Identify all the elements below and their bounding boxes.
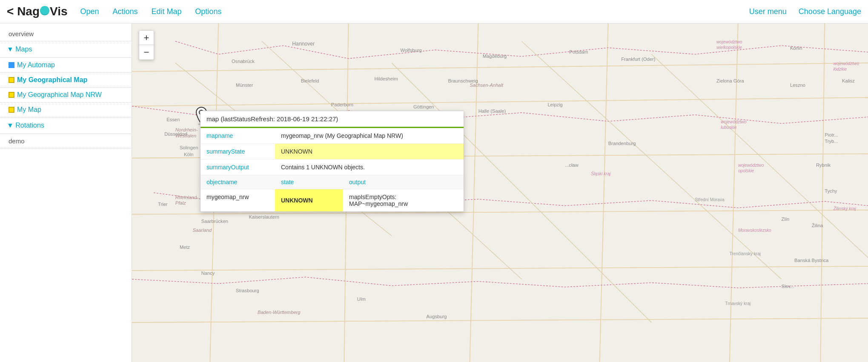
svg-text:Nordrhein-: Nordrhein- bbox=[175, 127, 198, 132]
svg-text:Tryb...: Tryb... bbox=[825, 139, 838, 144]
svg-text:Žilina: Žilina bbox=[812, 223, 823, 228]
tooltip-data-objectname: mygeomap_nrw bbox=[201, 189, 275, 211]
svg-text:Ulm: Ulm bbox=[357, 296, 366, 302]
zoom-out-button[interactable]: − bbox=[139, 45, 154, 60]
svg-line-6 bbox=[132, 266, 868, 271]
tooltip-label-summaryoutput: summaryOutput bbox=[201, 160, 275, 175]
tooltip-data-state: UNKNOWN bbox=[275, 189, 343, 211]
svg-text:Braunschweig: Braunschweig bbox=[448, 78, 478, 83]
svg-text:Köln: Köln bbox=[184, 152, 193, 157]
svg-text:Hildesheim: Hildesheim bbox=[375, 76, 398, 81]
svg-text:Bielefeld: Bielefeld bbox=[301, 78, 319, 83]
tooltip-label-summarystate: summaryState bbox=[201, 144, 275, 159]
tooltip-value-mapname: mygeomap_nrw (My Geographical Map NRW) bbox=[275, 128, 464, 143]
nav-choose-language[interactable]: Choose Language bbox=[799, 7, 861, 16]
svg-text:Kalisz: Kalisz bbox=[842, 78, 855, 83]
tooltip-value-summarystate: UNKNOWN bbox=[275, 144, 464, 159]
tooltip-col-output: output bbox=[343, 175, 372, 189]
main-nav: Open Actions Edit Map Options bbox=[80, 7, 234, 16]
svg-text:Tychy: Tychy bbox=[825, 188, 837, 194]
map-icon-geo bbox=[9, 77, 14, 83]
svg-text:Rybnik: Rybnik bbox=[816, 162, 831, 168]
svg-text:Halle (Saale): Halle (Saale) bbox=[478, 108, 506, 114]
svg-text:Žilinský kraj: Žilinský kraj bbox=[833, 206, 857, 211]
sidebar-item-overview[interactable]: overview bbox=[0, 27, 132, 41]
map-container: Hannover Osnabrück Wolfsburg Magdeburg P… bbox=[132, 23, 868, 362]
svg-text:Osnabrück: Osnabrück bbox=[232, 59, 255, 64]
svg-text:Frankfurt (Oder): Frankfurt (Oder) bbox=[621, 57, 655, 62]
sidebar-section-maps[interactable]: ▼ Maps bbox=[0, 41, 132, 58]
svg-text:Hannover: Hannover bbox=[292, 41, 315, 47]
svg-text:lubuskie: lubuskie bbox=[721, 125, 737, 130]
svg-text:Westfalen: Westfalen bbox=[175, 133, 196, 138]
sidebar-item-demo[interactable]: demo bbox=[0, 134, 132, 148]
svg-line-7 bbox=[132, 318, 868, 322]
svg-text:Münster: Münster bbox=[236, 83, 253, 88]
sidebar: overview ▼ Maps My Automap My Geographic… bbox=[0, 23, 132, 362]
tooltip-col-state: state bbox=[275, 175, 343, 189]
tooltip-sub-header: objectname state output bbox=[201, 175, 464, 189]
svg-line-11 bbox=[599, 23, 608, 362]
svg-text:Nancy: Nancy bbox=[201, 271, 215, 276]
tooltip-header: map (lastStatusRefresh: 2018-06-19 21:22… bbox=[201, 111, 464, 128]
logo[interactable]: < NagVis bbox=[7, 5, 68, 18]
svg-text:Saarland: Saarland bbox=[192, 228, 212, 233]
zoom-in-button[interactable]: + bbox=[139, 31, 154, 45]
tooltip-body: mapname mygeomap_nrw (My Geographical Ma… bbox=[201, 128, 464, 211]
main-layout: overview ▼ Maps My Automap My Geographic… bbox=[0, 23, 868, 362]
svg-text:Solingen: Solingen bbox=[180, 145, 198, 150]
svg-text:Trenčiansky kraj: Trenčiansky kraj bbox=[730, 251, 761, 256]
svg-text:województwo: województwo bbox=[834, 61, 859, 66]
nav-actions[interactable]: Actions bbox=[113, 7, 138, 16]
svg-text:województwo: województwo bbox=[738, 163, 764, 168]
tooltip-col-objectname: objectname bbox=[201, 175, 275, 189]
logo-eye-icon bbox=[40, 6, 49, 15]
tooltip-data-row: mygeomap_nrw UNKNOWN mapIsEmptyOpts: MAP… bbox=[201, 189, 464, 211]
map-zoom-controls: + − bbox=[139, 30, 154, 60]
tooltip-row-mapname: mapname mygeomap_nrw (My Geographical Ma… bbox=[201, 128, 464, 144]
svg-text:Střední Morava: Střední Morava bbox=[695, 197, 725, 202]
svg-text:Leszno: Leszno bbox=[790, 83, 805, 88]
tooltip-data-output: mapIsEmptyOpts: MAP~mygeomap_nrw bbox=[343, 189, 414, 211]
svg-text:Saarbrücken: Saarbrücken bbox=[201, 219, 228, 224]
nav-open[interactable]: Open bbox=[80, 7, 99, 16]
nav-user-menu[interactable]: User menu bbox=[749, 7, 787, 16]
svg-text:województwo: województwo bbox=[716, 40, 742, 44]
svg-text:Potsdam: Potsdam bbox=[569, 49, 588, 54]
svg-text:Trnavský kraj: Trnavský kraj bbox=[725, 301, 751, 306]
svg-text:Magdeburg: Magdeburg bbox=[483, 54, 507, 59]
svg-text:Brandenburg: Brandenburg bbox=[608, 141, 636, 146]
svg-text:łódzkie: łódzkie bbox=[834, 67, 847, 71]
svg-text:Essen: Essen bbox=[166, 117, 180, 122]
svg-text:wielkopolskie: wielkopolskie bbox=[716, 45, 742, 50]
svg-text:Düsseldorf: Düsseldorf bbox=[164, 131, 187, 137]
nav-right: User menu Choose Language bbox=[749, 7, 861, 16]
svg-text:Moravskoslezsko: Moravskoslezsko bbox=[738, 228, 771, 233]
svg-text:opolskie: opolskie bbox=[738, 168, 754, 173]
tooltip-value-summaryoutput: Contains 1 UNKNOWN objects. bbox=[275, 160, 464, 175]
sidebar-item-my-automap[interactable]: My Automap bbox=[0, 58, 132, 73]
svg-text:Augsburg: Augsburg bbox=[427, 314, 447, 319]
sidebar-item-my-geographical-map[interactable]: My Geographical Map bbox=[0, 73, 132, 88]
svg-text:Konin: Konin bbox=[790, 46, 802, 51]
svg-text:Paderborn: Paderborn bbox=[331, 102, 353, 107]
tooltip-row-summaryoutput: summaryOutput Contains 1 UNKNOWN objects… bbox=[201, 160, 464, 175]
svg-text:Trier: Trier bbox=[158, 202, 168, 207]
sidebar-item-my-geographical-map-nrw[interactable]: My Geographical Map NRW bbox=[0, 88, 132, 103]
svg-text:Wolfsburg: Wolfsburg bbox=[401, 48, 422, 53]
svg-text:Banská Bystrica: Banská Bystrica bbox=[794, 258, 829, 263]
map-icon-automap bbox=[9, 62, 14, 68]
svg-text:Baden-Württemberg: Baden-Württemberg bbox=[258, 310, 301, 315]
svg-text:Zielona Góra: Zielona Góra bbox=[716, 78, 744, 83]
svg-text:Metz: Metz bbox=[180, 245, 190, 250]
svg-text:Zlín: Zlín bbox=[782, 217, 790, 222]
tooltip-label-mapname: mapname bbox=[201, 128, 275, 143]
nav-edit-map[interactable]: Edit Map bbox=[151, 7, 181, 16]
sidebar-section-rotations[interactable]: ▼ Rotations bbox=[0, 117, 132, 134]
svg-line-18 bbox=[651, 54, 868, 258]
svg-text:Leipzig: Leipzig bbox=[547, 102, 562, 107]
svg-text:Kaiserslautern: Kaiserslautern bbox=[249, 214, 279, 219]
sidebar-item-my-map[interactable]: My Map bbox=[0, 103, 132, 117]
svg-line-10 bbox=[470, 23, 478, 362]
nav-options[interactable]: Options bbox=[195, 7, 221, 16]
